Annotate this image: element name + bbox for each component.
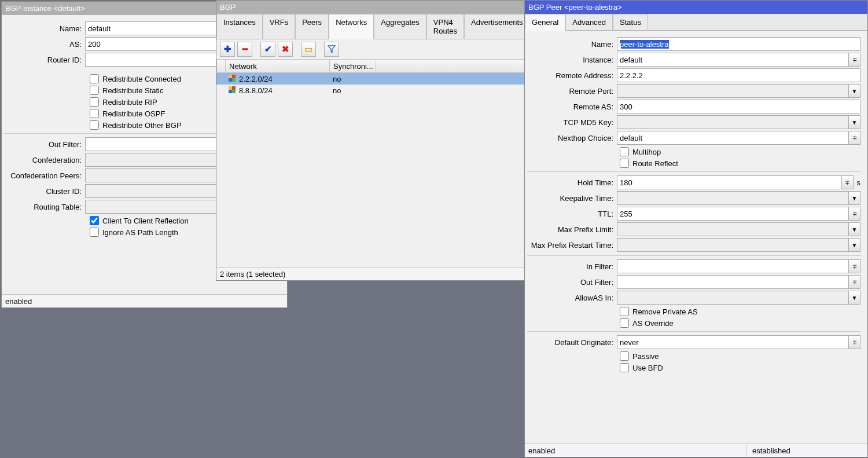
separator bbox=[527, 171, 860, 172]
redist-static-checkbox[interactable] bbox=[90, 86, 99, 95]
multihop-checkbox[interactable] bbox=[620, 147, 629, 156]
enable-button[interactable]: ✔ bbox=[260, 42, 275, 57]
table-row[interactable]: 2.2.2.0/24 no bbox=[216, 73, 525, 85]
outfilter-label: Out Filter: bbox=[4, 140, 85, 149]
status-enabled: enabled bbox=[528, 444, 746, 457]
md5-label: TCP MD5 Key: bbox=[527, 118, 617, 127]
keepalive-dropdown[interactable]: ▼ bbox=[849, 191, 860, 205]
tab-vpn4[interactable]: VPN4 Routes bbox=[426, 14, 464, 39]
maxprefixrt-label: Max Prefix Restart Time: bbox=[527, 241, 617, 250]
ras-input[interactable] bbox=[617, 100, 860, 113]
tab-adverts[interactable]: Advertisements bbox=[464, 14, 530, 39]
redist-connected-label: Redistribute Connected bbox=[102, 75, 181, 83]
cell-sync: no bbox=[329, 86, 376, 95]
tab-aggregates[interactable]: Aggregates bbox=[374, 14, 426, 39]
multihop-label: Multihop bbox=[632, 148, 661, 156]
usebfd-checkbox[interactable] bbox=[620, 363, 629, 372]
instance-label: Instance: bbox=[527, 56, 617, 64]
bgp-peer-window: BGP Peer <peer-to-alestra> General Advan… bbox=[524, 0, 868, 457]
col-spacer bbox=[217, 60, 226, 72]
instance-dropdown[interactable]: ∓ bbox=[849, 53, 860, 67]
status-text: 2 items (1 selected) bbox=[220, 268, 521, 280]
hold-input[interactable] bbox=[617, 175, 842, 189]
table-row[interactable]: 8.8.8.0/24 no bbox=[216, 85, 525, 96]
filter-button[interactable] bbox=[324, 42, 339, 57]
remove-button[interactable]: ━ bbox=[237, 42, 252, 57]
infilter-input[interactable] bbox=[617, 259, 849, 273]
allowas-dropdown[interactable]: ▼ bbox=[849, 291, 860, 305]
cell-sync: no bbox=[329, 75, 376, 83]
md5-dropdown[interactable]: ▼ bbox=[849, 115, 860, 129]
tab-instances[interactable]: Instances bbox=[216, 14, 263, 39]
passive-checkbox[interactable] bbox=[620, 351, 629, 361]
tabs: General Advanced Status bbox=[525, 14, 867, 31]
nexthop-dropdown[interactable]: ∓ bbox=[849, 131, 860, 145]
infilter-label: In Filter: bbox=[527, 262, 617, 271]
redist-connected-checkbox[interactable] bbox=[90, 74, 99, 83]
keepalive-input[interactable] bbox=[617, 191, 849, 205]
removepriv-checkbox[interactable] bbox=[620, 307, 629, 316]
ctc-reflection-label: Client To Client Reflection bbox=[102, 217, 189, 225]
instance-input[interactable] bbox=[617, 53, 849, 67]
cell-network: 2.2.2.0/24 bbox=[239, 75, 273, 83]
redist-other-checkbox[interactable] bbox=[90, 120, 99, 130]
deforig-dropdown[interactable]: ∓ bbox=[849, 335, 860, 349]
routerid-label: Router ID: bbox=[4, 56, 85, 64]
hold-label: Hold Time: bbox=[527, 178, 617, 187]
hold-dropdown[interactable]: ∓ bbox=[842, 175, 854, 189]
maxprefixrt-input[interactable] bbox=[617, 238, 849, 252]
redist-static-label: Redistribute Static bbox=[102, 86, 164, 95]
network-icon bbox=[229, 75, 236, 82]
col-sync[interactable]: Synchroni... bbox=[330, 60, 376, 72]
routingtable-label: Routing Table: bbox=[4, 203, 85, 211]
nexthop-label: Nexthop Choice: bbox=[527, 134, 617, 142]
tab-advanced[interactable]: Advanced bbox=[565, 14, 613, 30]
maxprefix-dropdown[interactable]: ▼ bbox=[849, 222, 860, 236]
disable-button[interactable]: ✖ bbox=[278, 42, 293, 57]
maxprefixrt-dropdown[interactable]: ▼ bbox=[849, 238, 860, 252]
comment-button[interactable]: ▭ bbox=[301, 42, 316, 57]
add-button[interactable]: ✚ bbox=[220, 42, 235, 57]
ttl-dropdown[interactable]: ∓ bbox=[849, 207, 860, 221]
as-label: AS: bbox=[4, 40, 85, 49]
confed-label: Confederation: bbox=[4, 156, 85, 164]
col-network[interactable]: Network bbox=[226, 60, 330, 72]
nexthop-input[interactable] bbox=[617, 131, 849, 145]
maxprefix-label: Max Prefix Limit: bbox=[527, 225, 617, 234]
rport-input[interactable] bbox=[617, 84, 849, 98]
tab-peers[interactable]: Peers bbox=[295, 14, 329, 39]
raddr-label: Remote Address: bbox=[527, 71, 617, 80]
cell-network: 8.8.8.0/24 bbox=[239, 86, 273, 95]
allowas-input[interactable] bbox=[617, 291, 849, 305]
tab-general[interactable]: General bbox=[525, 14, 565, 31]
redist-ospf-checkbox[interactable] bbox=[90, 109, 99, 118]
removepriv-label: Remove Private AS bbox=[632, 307, 698, 316]
peer-name-input[interactable]: peer-to-alestra bbox=[617, 37, 860, 51]
asoverride-checkbox[interactable] bbox=[620, 318, 629, 328]
routereflect-checkbox[interactable] bbox=[620, 159, 629, 168]
tab-networks[interactable]: Networks bbox=[329, 14, 374, 39]
ttl-input[interactable] bbox=[617, 207, 849, 221]
seconds-label: s bbox=[854, 178, 861, 187]
redist-ospf-label: Redistribute OSPF bbox=[102, 109, 165, 118]
tab-vrfs[interactable]: VRFs bbox=[263, 14, 296, 39]
outfilter-input[interactable] bbox=[617, 275, 849, 289]
redist-rip-label: Redistribute RIP bbox=[102, 98, 157, 107]
ras-label: Remote AS: bbox=[527, 102, 617, 111]
redist-rip-checkbox[interactable] bbox=[90, 97, 99, 107]
outfilter-dropdown[interactable]: ∓ bbox=[849, 275, 860, 289]
infilter-dropdown[interactable]: ∓ bbox=[849, 259, 860, 273]
window-title: BGP bbox=[216, 1, 525, 14]
deforig-input[interactable] bbox=[617, 335, 849, 349]
md5-input[interactable] bbox=[617, 115, 849, 129]
ignore-as-checkbox[interactable] bbox=[90, 228, 99, 237]
tab-status[interactable]: Status bbox=[613, 14, 648, 30]
separator bbox=[527, 255, 860, 256]
clusterid-label: Cluster ID: bbox=[4, 187, 85, 196]
maxprefix-input[interactable] bbox=[617, 222, 849, 236]
deforig-label: Default Originate: bbox=[527, 338, 617, 347]
status-established: established bbox=[752, 444, 864, 457]
raddr-input[interactable] bbox=[617, 68, 860, 82]
ctc-reflection-checkbox[interactable] bbox=[90, 216, 99, 225]
rport-dropdown[interactable]: ▼ bbox=[849, 84, 860, 98]
